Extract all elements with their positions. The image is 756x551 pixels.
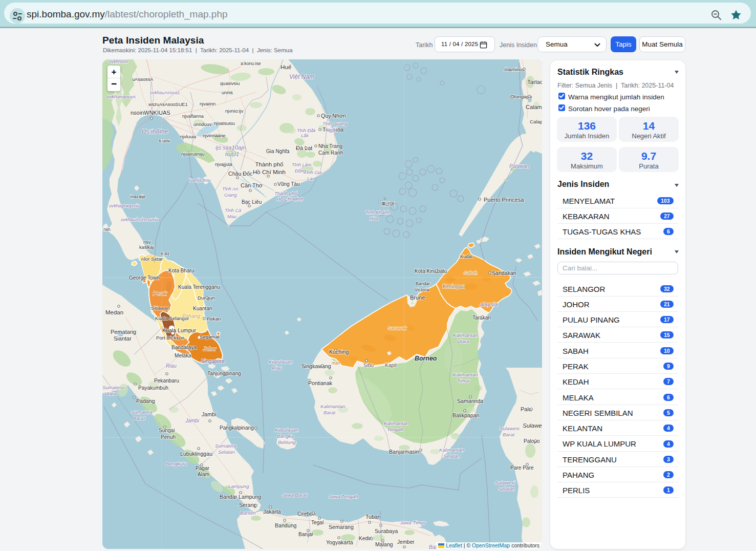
svg-text:Lai: Lai [307,176,314,181]
svg-text:Riau: Riau [166,363,177,369]
svg-text:alaysia: alaysia [480,301,498,307]
svg-text:Quy Nhơn: Quy Nhơn [321,113,346,119]
svg-text:Sitiawan: Sitiawan [151,305,170,311]
svg-text:Tỉnh Quảng: Tỉnh Quảng [322,121,348,126]
svg-text:njvaflanna: njvaflanna [182,114,204,119]
svg-text:Sulawesi: Sulawesi [500,426,520,431]
svg-text:Alam: Alam [198,472,209,477]
svg-text:unnduuv: unnduuv [193,122,212,127]
svg-text:a:konu:ise: a:konu:ise [241,61,261,66]
svg-text:Penuh: Penuh [161,434,176,440]
svg-text:Surabaya: Surabaya [375,528,398,534]
svg-text:ovkhnonn: ovkhnonn [109,59,128,64]
svg-text:Đồng: Đồng [295,168,307,174]
svg-text:Serang: Serang [239,502,256,508]
svg-text:Barat: Barat [323,410,336,415]
svg-text:Medan: Medan [105,309,123,315]
svg-text:Sulawesi: Sulawesi [495,480,515,485]
svg-text:Johor: Johor [203,346,217,352]
svg-text:Victoria: Victoria [415,287,429,292]
svg-text:Châu Đốc: Châu Đốc [228,171,253,177]
svg-text:Jambi: Jambi [185,418,200,423]
svg-text:Hòa: Hòa [370,216,378,221]
svg-text:nuU1: nuU1 [225,151,240,157]
svg-text:Việt Nam: Việt Nam [289,73,314,80]
svg-text:Tỉnh An: Tỉnh An [222,186,238,192]
svg-text:inazaije: inazaije [131,194,146,199]
svg-text:ovkhauAssiva1: ovkhauAssiva1 [150,90,180,95]
svg-text:njvaxusniju: njvaxusniju [181,152,204,157]
svg-text:Balikpapan: Balikpapan [452,412,480,418]
svg-text:Puerto Princesa: Puerto Princesa [484,197,524,203]
svg-text:niin: niin [103,227,111,232]
svg-text:kaslkaj: kaslkaj [139,245,154,250]
svg-text:Sibu: Sibu [363,363,374,368]
svg-text:Banten: Banten [240,510,256,516]
svg-text:Pangkalpinang: Pangkalpinang [220,425,254,431]
svg-text:Selatan: Selatan [443,453,460,459]
svg-text:Tarlac: Tarlac [527,79,542,85]
svg-text:Sumatera: Sumatera [131,409,153,415]
svg-text:Belitung: Belitung [278,439,296,445]
svg-text:Malang: Malang [375,541,393,547]
svg-text:s:uov: s:uov [159,138,170,143]
svg-text:Kalimantan: Kalimantan [384,420,408,426]
svg-text:Alaminos: Alaminos [504,67,525,72]
svg-text:Banjarmasin: Banjarmasin [389,449,419,455]
svg-text:Bangka: Bangka [277,433,294,439]
svg-text:Jawa Tengah: Jawa Tengah [328,494,358,499]
svg-text:Lắk: Lắk [301,133,309,138]
svg-text:Kalimantan: Kalimantan [439,447,464,453]
svg-text:Riau: Riau [272,365,283,371]
svg-text:Siantar: Siantar [114,335,132,342]
svg-text:Kapit: Kapit [385,363,397,368]
svg-text:Bandung: Bandung [275,522,297,528]
svg-text:Calamb: Calamb [526,104,542,110]
svg-text:Cần Thơ: Cần Thơ [241,182,263,188]
svg-text:Kudat: Kudat [460,254,472,259]
svg-text:Vũng Tàu: Vũng Tàu [277,181,300,187]
svg-text:Palawan: Palawan [509,163,529,169]
svg-text:Semarang: Semarang [329,524,354,530]
svg-text:Yogyakarta: Yogyakarta [326,539,353,545]
svg-text:Kuala Selangor: Kuala Selangor [155,315,189,321]
svg-text:Singapore: Singapore [201,358,225,364]
svg-text:Port Dickson: Port Dickson [156,335,184,341]
svg-text:Đà Lạt: Đà Lạt [296,145,312,151]
svg-text:Bandaraya: Bandaraya [171,345,197,350]
svg-text:Tegal: Tegal [311,520,323,525]
svg-text:Tỉnh Đắk: Tỉnh Đắk [297,128,316,133]
svg-text:Pagar: Pagar [196,465,210,471]
svg-text:Keningau: Keningau [443,284,465,289]
svg-text:Sumatera: Sumatera [215,443,237,449]
svg-text:Samarinda: Samarinda [457,398,483,404]
svg-text:Sabah: Sabah [464,270,478,276]
svg-text:Kalimantan: Kalimantan [453,372,478,377]
svg-text:Pare Pare: Pare Pare [510,465,534,471]
svg-text:Alor Setar: Alor Setar [141,256,163,262]
svg-text:Mau: Mau [227,214,236,219]
svg-text:nsv: nsv [143,240,151,245]
svg-text:Kota Bharu: Kota Bharu [168,268,195,273]
svg-text:Utara: Utara [457,338,469,344]
svg-text:Tuban: Tuban [365,514,381,520]
svg-text:Us:inAlne: Us:inAlne [142,128,168,135]
svg-text:George Town: George Town [129,275,160,281]
svg-text:Borneo: Borneo [415,355,437,362]
svg-text:iuanijsdiviu: iuanijsdiviu [189,178,211,183]
svg-text:Melaka: Melaka [175,353,191,358]
svg-text:njvatsusiu: njvatsusiu [214,121,235,126]
svg-text:Kediri: Kediri [359,536,372,541]
svg-text:Bandar Lampung: Bandar Lampung [220,494,261,500]
svg-text:Jember: Jember [397,539,415,545]
svg-text:Tỉnh Khánh: Tỉnh Khánh [365,210,390,215]
svg-text:Kalimantan: Kalimantan [320,404,345,409]
svg-text:Palopo: Palopo [524,438,540,444]
svg-text:Kepulauan: Kepulauan [275,427,298,433]
svg-text:Jawa Barat: Jawa Barat [282,492,308,498]
svg-text:Hồ Chí Minh: Hồ Chí Minh [277,197,303,202]
svg-text:Ngãi: Ngãi [327,128,337,133]
svg-text:Perak: Perak [153,291,167,296]
svg-text:Huế: Huế [280,64,292,70]
svg-text:unnis: unnis [222,90,233,95]
